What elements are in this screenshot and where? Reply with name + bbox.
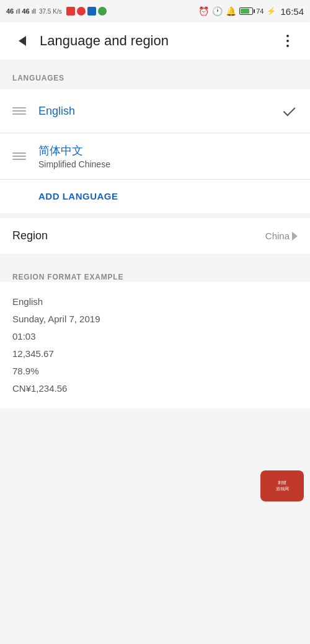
signal-icon: 46 (6, 7, 14, 15)
format-row-date: Sunday, April 7, 2019 (12, 312, 298, 327)
signal-divider: ıll (16, 8, 20, 15)
page-title: Language and region (40, 33, 275, 49)
language-item-chinese[interactable]: 简体中文 Simplified Chinese (0, 133, 310, 179)
languages-section-header: LANGUAGES (0, 60, 310, 89)
languages-header-text: LANGUAGES (12, 74, 64, 82)
battery-fill (241, 9, 249, 14)
languages-card: English 简体中文 Simplified Chinese ADD LANG… (0, 89, 310, 213)
drag-line (12, 152, 26, 154)
language-info-english: English (38, 105, 283, 118)
drag-line (12, 107, 26, 108)
format-row-language: English (12, 294, 298, 309)
more-options-button[interactable] (275, 29, 300, 53)
format-section: REGION FORMAT EXAMPLE English Sunday, Ap… (0, 258, 310, 408)
drag-handle-chinese[interactable] (12, 152, 26, 160)
drag-handle-english[interactable] (12, 107, 26, 115)
more-dot-icon (286, 45, 289, 47)
battery-percent: 74 (256, 7, 264, 15)
back-button[interactable] (10, 29, 35, 53)
status-right: ⏰ 🕐 🔔 74 ⚡ 16:54 (198, 6, 304, 17)
chevron-right-icon (292, 232, 298, 240)
add-language-button[interactable]: ADD LANGUAGE (0, 179, 310, 213)
signal-icon2: 46 (22, 7, 29, 15)
language-item-english[interactable]: English (0, 89, 310, 133)
add-language-label: ADD LANGUAGE (38, 191, 118, 201)
region-card: Region China (0, 218, 310, 254)
alarm-icon: ⏰ (198, 6, 209, 16)
signal-divider2: ıll (32, 8, 36, 15)
more-dot-icon (286, 40, 289, 42)
clock-icon: 🕐 (212, 6, 223, 16)
drag-line (12, 156, 26, 157)
drag-line (12, 159, 26, 160)
watermark-text: 刺猪游戏网 (276, 480, 289, 492)
language-name-chinese: 简体中文 (38, 143, 298, 158)
time-display: 16:54 (280, 6, 304, 17)
status-bar: 46 ıll 46 ıll 37.5 K/s ⏰ 🕐 🔔 74 ⚡ 16:54 (0, 0, 310, 22)
format-header-text: REGION FORMAT EXAMPLE (12, 273, 123, 281)
watermark-logo: 刺猪游戏网 (260, 470, 304, 501)
more-dot-icon (286, 35, 289, 37)
check-mark (283, 104, 296, 117)
format-row-percent: 78.9% (12, 364, 298, 379)
language-name-chinese-secondary: Simplified Chinese (38, 159, 298, 169)
notif-icons (66, 7, 107, 15)
drag-line (12, 113, 26, 115)
format-card: English Sunday, April 7, 2019 01:03 12,3… (0, 282, 310, 408)
battery-icon (239, 7, 253, 15)
back-arrow-icon (19, 36, 26, 46)
region-value: China (265, 231, 290, 241)
language-name-english: English (38, 105, 283, 118)
bell-icon: 🔔 (226, 6, 236, 16)
check-icon-english (283, 104, 298, 118)
watermark-area: 刺猪游戏网 (0, 408, 310, 508)
format-row-number: 12,345.67 (12, 346, 298, 361)
format-row-currency: CN¥1,234.56 (12, 381, 298, 396)
drag-line (12, 110, 26, 112)
status-left: 46 ıll 46 ıll 37.5 K/s (6, 7, 107, 15)
language-info-chinese: 简体中文 Simplified Chinese (38, 143, 298, 169)
toolbar: Language and region (0, 22, 310, 60)
lightning-icon: ⚡ (267, 7, 276, 15)
network-speed: 37.5 K/s (39, 8, 62, 15)
format-section-header: REGION FORMAT EXAMPLE (0, 258, 310, 282)
format-row-time: 01:03 (12, 329, 298, 344)
region-label: Region (12, 229, 265, 242)
region-row[interactable]: Region China (0, 218, 310, 254)
